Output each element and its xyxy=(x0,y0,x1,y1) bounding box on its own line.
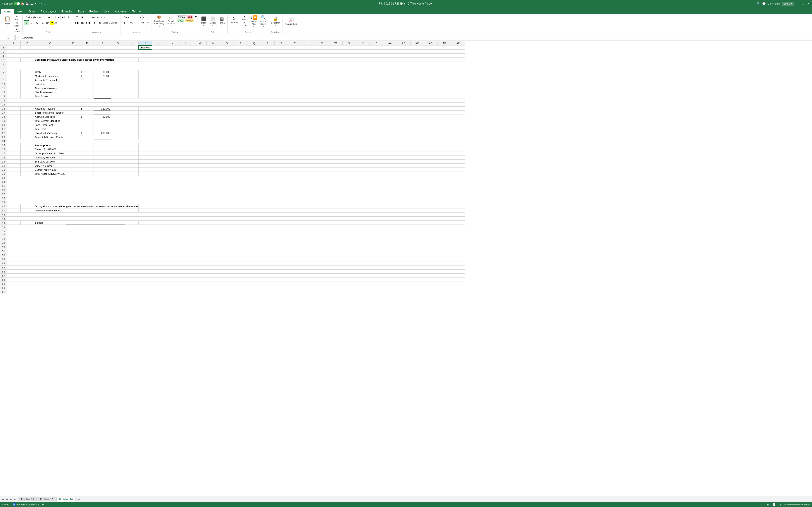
font-size-select[interactable]: 11 12 xyxy=(52,15,61,20)
align-left-button[interactable]: ≡◧ xyxy=(74,20,80,25)
italic-button[interactable]: I xyxy=(30,20,35,25)
col-header-R[interactable]: R xyxy=(261,41,274,46)
col-header-Z[interactable]: Z xyxy=(369,41,383,46)
number-format-select[interactable]: Date General Number Currency Percentage xyxy=(122,15,143,20)
comments-label[interactable]: Comments xyxy=(768,2,779,5)
col-header-D[interactable]: D xyxy=(66,41,80,46)
search-icon[interactable]: 🔍 xyxy=(757,2,760,5)
tab-automate[interactable]: Automate xyxy=(112,9,129,14)
autosave-cloud-icon[interactable]: ☁ xyxy=(30,2,34,5)
comments-icon[interactable]: 💬 xyxy=(762,2,766,5)
col-header-T[interactable]: T xyxy=(288,41,302,46)
increase-decimal-button[interactable]: .00 xyxy=(140,20,145,25)
tab-tell-me[interactable]: Tell me xyxy=(130,9,143,14)
close-icon[interactable]: ✕ xyxy=(807,2,810,5)
page-layout-view-button[interactable]: 📄 xyxy=(771,502,777,507)
fill-button[interactable]: ⬇ Fill ▾ xyxy=(240,15,249,21)
tab-insert[interactable]: Insert xyxy=(14,9,26,14)
col-header-AF[interactable]: AF xyxy=(451,41,465,46)
col-header-E[interactable]: E xyxy=(80,41,94,46)
sheet-tab-problem18[interactable]: Problem 18 xyxy=(56,497,76,502)
tab-data[interactable]: Data xyxy=(75,9,87,14)
col-header-F[interactable]: F xyxy=(94,41,111,46)
conditional-formatting-button[interactable]: 🎨 ConditionalFormatting ▾ xyxy=(153,15,165,27)
cell-reference-box[interactable] xyxy=(1,35,14,40)
autosum-button[interactable]: Σ AutoSum ▾ xyxy=(229,15,239,27)
tab-formulas[interactable]: Formulas xyxy=(59,9,75,14)
col-header-V[interactable]: V xyxy=(315,41,329,46)
format-painter-button[interactable]: 🖌 Format xyxy=(13,27,21,33)
decrease-decimal-button[interactable]: .0 xyxy=(145,20,150,25)
save-icon[interactable]: 💾 xyxy=(26,2,29,5)
col-header-X[interactable]: X xyxy=(342,41,356,46)
decrease-font-button[interactable]: A⁻ xyxy=(67,15,71,20)
copy-button[interactable]: ⎘ Copy xyxy=(13,21,21,27)
tab-home[interactable]: Home xyxy=(1,9,14,14)
col-header-W[interactable]: W xyxy=(329,41,342,46)
col-header-Y[interactable]: Y xyxy=(356,41,369,46)
home-icon[interactable]: 🏠 xyxy=(21,2,24,5)
delete-cells-button[interactable]: ⬜ Delete ▾ xyxy=(209,15,217,27)
col-header-AE[interactable]: AE xyxy=(438,41,451,46)
cut-button[interactable]: ✂ Cut xyxy=(13,15,21,21)
font-color-button[interactable]: A▾ xyxy=(54,21,58,24)
col-header-O[interactable]: O xyxy=(220,41,234,46)
sheet-nav-next-button[interactable]: ▶ xyxy=(9,498,13,501)
sort-filter-button[interactable]: ↕🔽 Sort &Filter ▾ xyxy=(249,15,258,27)
autosave-toggle[interactable]: AutoSave xyxy=(2,2,20,5)
fill-color-button[interactable]: A▾ xyxy=(50,21,54,25)
style-good[interactable]: Good xyxy=(177,19,184,22)
tab-view[interactable]: View xyxy=(101,9,112,14)
col-header-B[interactable]: B xyxy=(20,41,34,46)
formula-input[interactable] xyxy=(21,35,811,40)
analyze-data-button[interactable]: 📈 Analyze Data xyxy=(284,15,298,27)
autosave-switch[interactable] xyxy=(14,2,20,5)
col-header-N[interactable]: N xyxy=(206,41,220,46)
align-right-button[interactable]: ≡◨ xyxy=(86,20,90,25)
styles-expand-icon[interactable]: ▾ xyxy=(195,15,197,18)
share-button[interactable]: Share ▾ xyxy=(782,2,794,6)
col-header-AD[interactable]: AD xyxy=(424,41,438,46)
tab-draw[interactable]: Draw xyxy=(26,9,38,14)
minimize-icon[interactable]: ─ xyxy=(796,2,799,5)
col-header-C[interactable]: C xyxy=(34,41,66,46)
find-select-button[interactable]: 🔍 Find &Select ▾ xyxy=(259,15,267,27)
align-center-button[interactable]: ≡⊡ xyxy=(80,20,85,25)
grid-wrapper[interactable]: A B C D E F G H I J K L M N O P Q xyxy=(0,41,812,496)
redo-icon[interactable]: ↪ xyxy=(39,2,43,5)
col-header-P[interactable]: P xyxy=(234,41,247,46)
col-header-A[interactable]: A xyxy=(7,41,20,46)
col-header-L[interactable]: L xyxy=(179,41,193,46)
borders-dropdown[interactable]: ▦▾ xyxy=(46,21,50,24)
col-header-K[interactable]: K xyxy=(166,41,179,46)
col-header-AB[interactable]: AB xyxy=(397,41,410,46)
styles-expand[interactable]: ▾ xyxy=(195,15,197,18)
clear-button[interactable]: ✗ Clear ▾ xyxy=(240,21,249,27)
col-header-G[interactable]: G xyxy=(111,41,125,46)
col-header-J[interactable]: J xyxy=(152,41,166,46)
col-header-AA[interactable]: AA xyxy=(383,41,397,46)
percent-button[interactable]: % xyxy=(129,20,134,25)
font-family-select[interactable]: Calibri (Body) xyxy=(24,15,51,20)
sensitivity-button[interactable]: 🔒 Sensitivity ▾ xyxy=(270,15,282,27)
col-header-I[interactable]: I xyxy=(139,41,152,46)
tab-review[interactable]: Review xyxy=(87,9,101,14)
style-normal[interactable]: Normal xyxy=(177,15,186,19)
insert-cells-button[interactable]: ⬛ Insert ▾ xyxy=(200,15,208,27)
zoom-out-button[interactable]: − xyxy=(784,503,786,506)
comma-button[interactable]: , xyxy=(134,20,139,25)
col-header-U[interactable]: U xyxy=(302,41,315,46)
col-header-M[interactable]: M xyxy=(193,41,206,46)
bold-button[interactable]: B xyxy=(24,20,29,25)
col-header-S[interactable]: S xyxy=(274,41,288,46)
add-sheet-button[interactable]: + xyxy=(76,497,82,502)
col-header-Q[interactable]: Q xyxy=(247,41,261,46)
align-top-button[interactable]: ⊤ xyxy=(74,15,80,20)
style-bad[interactable]: Bad xyxy=(187,15,193,19)
style-neutral[interactable]: Neutral xyxy=(185,19,194,22)
zoom-slider[interactable] xyxy=(787,504,801,505)
col-header-AC[interactable]: AC xyxy=(410,41,424,46)
align-bottom-button[interactable]: ⊥ xyxy=(86,15,90,20)
normal-view-button[interactable]: ⊞ xyxy=(766,502,770,507)
more-icon[interactable]: … xyxy=(44,2,47,5)
